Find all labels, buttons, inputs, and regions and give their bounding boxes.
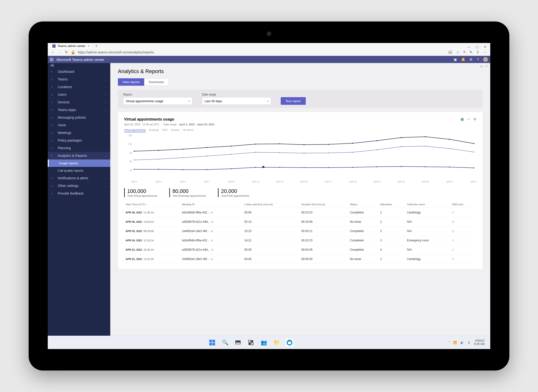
battery-icon[interactable]: 🔋 bbox=[467, 341, 471, 344]
sidebar-item-provide-feedback[interactable]: ▫Provide feedback bbox=[48, 190, 110, 197]
svg-point-47 bbox=[425, 146, 426, 147]
forward-icon[interactable]: → bbox=[58, 50, 62, 54]
copy-icon[interactable]: ⧉ bbox=[211, 230, 213, 233]
daterange-select[interactable]: Last 30 days ▾ bbox=[202, 97, 271, 105]
sidebar-item-policy-packages[interactable]: ▫Policy packages bbox=[48, 137, 110, 144]
sidebar-item-teams[interactable]: ▫Teams⌄ bbox=[48, 75, 110, 83]
sidebar-item-meetings[interactable]: ▫Meetings⌄ bbox=[48, 129, 110, 137]
chevron-down-icon: ⌄ bbox=[105, 109, 107, 111]
sidebar-item-planning[interactable]: ▫Planning⌄ bbox=[48, 144, 110, 152]
browser-tab[interactable]: Teams admin center ✕ bbox=[50, 43, 92, 49]
copy-icon[interactable]: ⧉ bbox=[211, 220, 213, 223]
column-header[interactable]: Lobby wait time (mm:ss) bbox=[243, 201, 300, 208]
chart-tab-virtual-appointments[interactable]: Virtual appointments bbox=[124, 129, 146, 132]
reading-mode-icon[interactable]: ≡ bbox=[463, 50, 465, 54]
copy-icon[interactable]: ⧉ bbox=[211, 248, 213, 251]
tab-downloads[interactable]: Downloads bbox=[144, 78, 169, 86]
start-icon[interactable] bbox=[208, 339, 216, 346]
search-icon[interactable]: 🔍 bbox=[221, 339, 229, 346]
svg-point-51 bbox=[158, 169, 159, 170]
report-select[interactable]: Virtual appointments usage ▾ bbox=[123, 97, 192, 105]
sidebar-icon: ▫ bbox=[51, 191, 55, 195]
settings-gear-icon[interactable]: ⚙ bbox=[469, 58, 473, 61]
copy-icon[interactable]: ⧉ bbox=[211, 239, 213, 242]
card-expand-icon[interactable]: ⤢ bbox=[467, 117, 470, 121]
tab-view-reports[interactable]: View reports bbox=[118, 78, 144, 86]
sidebar-subitem-usage-reports[interactable]: Usage reports bbox=[48, 159, 110, 167]
help-icon[interactable]: ? bbox=[477, 58, 479, 61]
chart-tab-no-shows[interactable]: No-shows bbox=[183, 129, 194, 132]
total-value: 20,000 bbox=[221, 188, 249, 194]
table-row[interactable]: APR 06, 202211:26:14 bd2e95db-6f6a-432..… bbox=[124, 208, 476, 217]
chevron-down-icon: ⌄ bbox=[105, 154, 107, 157]
column-header[interactable]: Duration (hh:mm:ss) bbox=[300, 201, 348, 208]
card-settings-icon[interactable]: ⚙ bbox=[473, 117, 476, 121]
notes-icon[interactable]: ✎ bbox=[469, 50, 472, 54]
cell-sms: ◷ bbox=[450, 217, 476, 227]
favorite-icon[interactable]: ☆ bbox=[456, 50, 459, 54]
sidebar-toggle-icon[interactable] bbox=[51, 64, 54, 67]
cell-meeting-id: bd2e95db-6f6a-432... bbox=[182, 211, 210, 214]
notifications-icon[interactable]: 🔔 bbox=[461, 58, 465, 61]
svg-point-54 bbox=[231, 168, 232, 169]
chart-tab-ehr[interactable]: EHR bbox=[162, 129, 167, 132]
address-bar[interactable]: https://admin.teams.microsoft.com/analyt… bbox=[78, 50, 446, 54]
tray-chevron-icon[interactable]: ˄ bbox=[448, 341, 450, 344]
column-header[interactable]: Attendees bbox=[379, 201, 406, 208]
table-row[interactable]: APR 01, 202216:26:14 a3838078-d21x-44d..… bbox=[124, 245, 476, 254]
new-tab-button[interactable]: ＋ bbox=[94, 43, 99, 48]
table-row[interactable]: APR 05, 202208:20:00 1b485cb4-18e2-49f..… bbox=[124, 227, 476, 236]
svg-point-63 bbox=[449, 167, 450, 168]
explorer-icon[interactable]: 📁 bbox=[273, 339, 280, 346]
share-icon[interactable]: ⇪ bbox=[476, 50, 479, 54]
teams-taskbar-icon[interactable]: 👥 bbox=[260, 339, 268, 346]
sidebar-item-dashboard[interactable]: ▫Dashboard bbox=[48, 68, 110, 75]
clock[interactable]: 4/30/22 9:28 AM bbox=[474, 339, 485, 346]
teams-app-icon[interactable]: ▣ bbox=[454, 58, 457, 61]
export-excel-icon[interactable]: ▦ bbox=[461, 117, 464, 121]
sidebar-item-devices[interactable]: ▫Devices⌄ bbox=[48, 98, 110, 106]
chart-tab-bookings[interactable]: Bookings bbox=[149, 129, 159, 132]
sidebar-item-notifications-alerts[interactable]: ▫Notifications & alerts⌄ bbox=[48, 174, 110, 182]
edge-icon[interactable] bbox=[286, 339, 293, 346]
sidebar-icon: ▫ bbox=[51, 131, 55, 135]
back-icon[interactable]: ← bbox=[51, 50, 55, 54]
copy-icon[interactable]: ⧉ bbox=[211, 211, 213, 214]
app-launcher-icon[interactable] bbox=[50, 58, 53, 61]
sidebar-item-teams-apps[interactable]: ▫Teams Apps⌄ bbox=[48, 106, 110, 114]
user-avatar[interactable] bbox=[483, 57, 488, 62]
column-header[interactable]: Calendar name bbox=[406, 201, 450, 208]
table-row[interactable]: APR 06, 202214:53:14 a3838078-d21x-44d..… bbox=[124, 217, 476, 227]
sidebar-item-other-settings[interactable]: ▫Other settings⌄ bbox=[48, 182, 110, 190]
task-view-icon[interactable] bbox=[234, 339, 242, 346]
volume-icon[interactable]: 🔊 bbox=[460, 341, 464, 344]
window-maximize-icon[interactable]: ▢ bbox=[476, 45, 479, 49]
more-icon[interactable]: ⋯ bbox=[483, 50, 487, 54]
cell-attendees: 2 bbox=[379, 208, 406, 217]
svg-point-36 bbox=[158, 159, 159, 159]
sidebar-subitem-call-quality-reports[interactable]: Call quality reports bbox=[48, 167, 110, 174]
sidebar-item-messaging-policies[interactable]: ▫Messaging policies bbox=[48, 114, 110, 121]
column-header[interactable]: Start Time (UTC)↓ bbox=[124, 201, 181, 208]
card-view-icon[interactable]: ▭ bbox=[480, 64, 483, 68]
copy-icon[interactable]: ⧉ bbox=[211, 258, 213, 260]
window-close-icon[interactable]: ✕ bbox=[484, 45, 486, 49]
run-report-button[interactable]: Run report bbox=[281, 97, 306, 105]
sidebar-item-locations[interactable]: ▫Locations⌄ bbox=[48, 83, 110, 91]
wifi-icon[interactable]: 📶 bbox=[453, 341, 457, 344]
chart-tab-duration[interactable]: Duration bbox=[171, 129, 180, 132]
table-row[interactable]: APR 04, 202211:26:14 bd2e95db-6f6a-432..… bbox=[124, 236, 476, 245]
widgets-icon[interactable] bbox=[247, 339, 255, 346]
sidebar-item-voice[interactable]: ▫Voice⌄ bbox=[48, 121, 110, 129]
refresh-icon[interactable]: ↻ bbox=[64, 50, 68, 54]
expand-icon[interactable]: ⤢ bbox=[485, 64, 488, 68]
sidebar-item-users[interactable]: ▫Users⌄ bbox=[48, 91, 110, 98]
tab-close-icon[interactable]: ✕ bbox=[87, 44, 90, 48]
sidebar-item-analytics-reports[interactable]: ▫Analytics & Reports⌄ bbox=[48, 152, 110, 159]
column-header[interactable]: SMS sent bbox=[450, 201, 476, 208]
window-minimize-icon[interactable]: — bbox=[467, 45, 470, 49]
table-row[interactable]: APR 01, 202213:22:18 1b485cb4-18e2-49f..… bbox=[124, 254, 476, 264]
reading-list-icon[interactable]: 🕮 bbox=[448, 50, 452, 54]
column-header[interactable]: Status bbox=[348, 201, 379, 208]
column-header[interactable]: Meeting ID bbox=[181, 201, 243, 208]
